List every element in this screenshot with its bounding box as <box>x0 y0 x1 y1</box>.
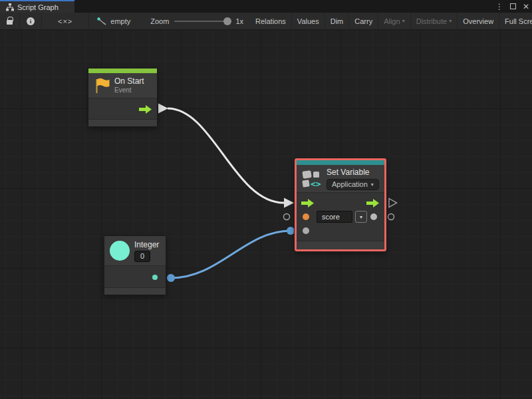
integer-header: Integer 0 <box>104 236 166 266</box>
values-button[interactable]: Values <box>292 13 325 29</box>
flow-in-port[interactable] <box>301 199 315 207</box>
integer-out-port[interactable] <box>152 275 158 280</box>
integer-footer <box>104 288 166 295</box>
chevron-down-icon: ▾ <box>449 18 452 24</box>
chevron-down-icon: ▾ <box>371 182 374 188</box>
zoom-slider[interactable] <box>174 21 230 22</box>
variable-scope-dropdown[interactable]: Application ▾ <box>327 179 379 190</box>
lock-icon <box>7 20 13 25</box>
flow-wire-end-arrow <box>284 198 294 208</box>
set-variable-header: <> Set Variable Application ▾ <box>297 165 384 193</box>
lock-button[interactable] <box>0 13 20 29</box>
on-start-subtitle: Event <box>114 86 132 94</box>
flow-out-port[interactable] <box>366 199 380 207</box>
distribute-button: Distribute ▾ <box>411 13 458 29</box>
tab-script-graph[interactable]: Script Graph <box>0 0 74 13</box>
graph-icon <box>6 3 14 11</box>
variable-name-dropdown-button[interactable]: ▾ <box>355 211 367 223</box>
close-icon[interactable]: ✕ <box>523 2 529 11</box>
zoom-control: Zoom 1x <box>138 13 250 29</box>
chevron-down-icon: ▾ <box>360 214 362 220</box>
edit-code-button[interactable]: <×> <box>42 13 89 29</box>
script-graph-window: Script Graph ⋮ ✕ i <×> empty Zoom <box>0 0 532 399</box>
graph-toolbar: i <×> empty Zoom 1x Relations Values Dim… <box>0 13 532 30</box>
window-controls: ⋮ ✕ <box>495 0 529 13</box>
code-icon: <×> <box>58 17 72 25</box>
variable-name-field[interactable]: score <box>317 211 352 223</box>
overview-button[interactable]: Overview <box>458 13 499 29</box>
set-variable-body: score ▾ <box>297 193 384 241</box>
value-out-port[interactable] <box>370 213 377 220</box>
on-start-title: On Start <box>114 76 144 86</box>
integer-title: Integer <box>134 240 159 249</box>
variable-name-port[interactable] <box>303 213 309 220</box>
breadcrumb-label: empty <box>110 17 130 25</box>
set-variable-title: Set Variable <box>327 168 369 177</box>
integer-body <box>104 266 166 288</box>
integer-icon <box>110 241 130 261</box>
variables-icon: <> <box>302 169 322 188</box>
setvariable-name-port-connector[interactable] <box>284 214 290 220</box>
svg-text:<>: <> <box>311 179 321 188</box>
node-set-variable[interactable]: <> Set Variable Application ▾ <box>295 158 386 251</box>
align-button: Align ▾ <box>378 13 411 29</box>
flow-wire-start-arrow <box>158 104 168 114</box>
distribute-label: Distribute <box>416 17 447 25</box>
graph-canvas[interactable]: On Start Event <> <box>0 30 532 399</box>
value-in-port[interactable] <box>303 227 309 234</box>
variable-stripe <box>297 160 384 165</box>
info-button[interactable]: i <box>20 13 42 29</box>
tab-bar: Script Graph ⋮ ✕ <box>0 0 532 13</box>
dim-button[interactable]: Dim <box>325 13 350 29</box>
zoom-level: 1x <box>235 17 243 25</box>
graph-pointer-icon <box>97 17 106 25</box>
on-start-footer <box>88 120 157 126</box>
wire-layer <box>0 30 532 399</box>
on-start-header: On Start Event <box>88 73 157 98</box>
wire-value-integer-setvariable[interactable] <box>171 231 291 278</box>
zoom-label: Zoom <box>150 17 169 25</box>
scope-label: Application <box>332 180 368 188</box>
carry-button[interactable]: Carry <box>349 13 378 29</box>
tab-title: Script Graph <box>17 3 59 11</box>
chevron-down-icon: ▾ <box>402 18 405 24</box>
flag-icon <box>94 77 110 94</box>
wire-flow-onstart-setvariable[interactable] <box>168 108 284 203</box>
zoom-slider-handle[interactable] <box>223 17 231 25</box>
info-icon: i <box>27 17 35 25</box>
graph-breadcrumb[interactable]: empty <box>89 13 138 29</box>
event-stripe <box>88 68 157 73</box>
set-variable-footer <box>297 241 384 249</box>
setvariable-flow-out-connector[interactable] <box>389 199 397 207</box>
relations-button[interactable]: Relations <box>250 13 292 29</box>
align-label: Align <box>384 17 400 25</box>
fullscreen-button[interactable]: Full Screen <box>499 13 532 29</box>
kebab-menu-icon[interactable]: ⋮ <box>495 2 503 11</box>
value-wire-start-dot <box>167 274 175 282</box>
integer-value-field[interactable]: 0 <box>134 251 150 262</box>
maximize-icon[interactable] <box>510 3 516 9</box>
value-wire-end-dot <box>287 227 295 235</box>
flow-out-port[interactable] <box>139 105 152 114</box>
variable-name-row: score ▾ <box>317 211 367 223</box>
node-on-start[interactable]: On Start Event <box>88 68 157 126</box>
on-start-body <box>88 98 157 120</box>
node-integer[interactable]: Integer 0 <box>104 236 166 295</box>
setvariable-value-out-connector[interactable] <box>388 214 394 220</box>
